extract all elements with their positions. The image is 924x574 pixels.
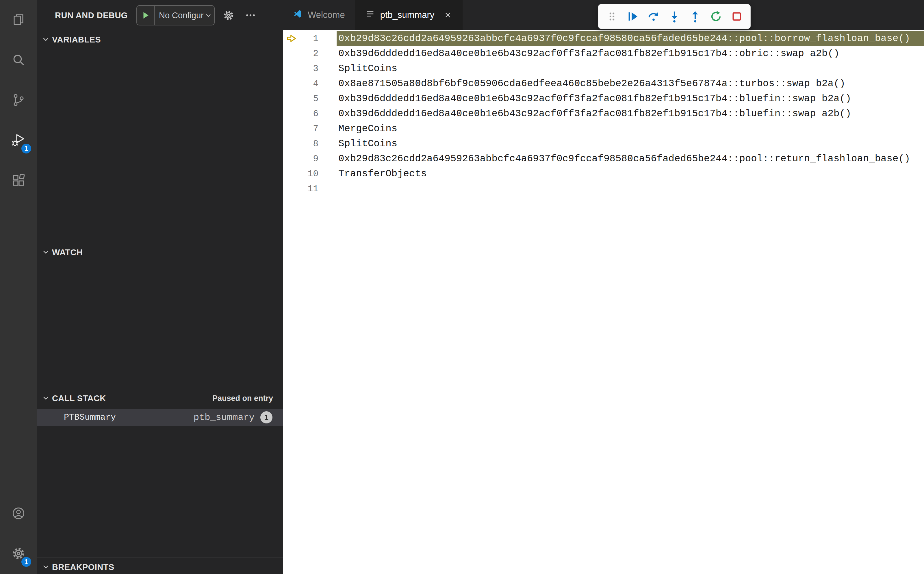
breakpoint-gutter[interactable] (283, 136, 300, 151)
current-line-arrow-icon (286, 33, 297, 44)
code-line[interactable]: 40x8ae871505a80d8bf6bf9c05906cda6edfeea4… (283, 76, 924, 91)
explorer-icon-button[interactable] (0, 0, 37, 40)
debug-config-dropdown[interactable]: No Configur (136, 5, 215, 25)
call-stack-section-body: PTBSummary ptb_summary 1 (37, 407, 283, 558)
breakpoint-gutter[interactable] (283, 151, 300, 166)
sidebar-title: RUN AND DEBUG (55, 11, 128, 20)
code-text: 0xb29d83c26cdd2a64959263abbcfc4a6937f0c9… (337, 31, 924, 46)
variables-section-header[interactable]: VARIABLES (37, 31, 283, 49)
breakpoint-gutter[interactable] (283, 91, 300, 106)
breakpoint-gutter[interactable] (283, 121, 300, 136)
breakpoint-gutter[interactable] (283, 61, 300, 76)
line-number: 11 (300, 181, 318, 196)
file-summary-icon (365, 9, 375, 21)
toolbar-drag-handle[interactable] (603, 8, 621, 25)
line-number: 1 (300, 31, 318, 46)
code-text: 0xb39d6dddedd16ed8a40ce0b1e6b43c92acf0ff… (337, 106, 924, 121)
session-count-badge: 1 (260, 411, 272, 423)
session-name: PTBSummary (64, 412, 116, 422)
line-number: 5 (300, 91, 318, 106)
code-line[interactable]: 11 (283, 181, 924, 196)
more-actions-icon[interactable] (242, 7, 258, 24)
search-icon-button[interactable] (0, 40, 37, 80)
start-debugging-icon[interactable] (137, 6, 155, 25)
search-icon (11, 53, 25, 68)
settings-gear-button[interactable]: 1 (0, 534, 37, 574)
activity-bar-top: 1 (0, 0, 37, 201)
editor-group: Welcome ptb_summary (283, 0, 924, 574)
call-stack-section-label: CALL STACK (52, 394, 106, 403)
code-text (337, 181, 924, 196)
vscode-window: 1 (0, 0, 924, 574)
breakpoints-section-header[interactable]: BREAKPOINTS (37, 558, 283, 574)
chevron-down-icon (42, 35, 50, 44)
breakpoint-gutter[interactable] (283, 166, 300, 181)
code-text: TransferObjects (337, 166, 924, 181)
files-icon (11, 13, 25, 28)
tab-welcome[interactable]: Welcome (283, 0, 356, 30)
code-text: 0xb29d83c26cdd2a64959263abbcfc4a6937f0c9… (337, 151, 924, 166)
breakpoint-gutter[interactable] (283, 46, 300, 61)
close-icon[interactable] (444, 11, 452, 19)
run-and-debug-icon-button[interactable]: 1 (0, 120, 37, 161)
tab-ptb-summary[interactable]: ptb_summary (356, 0, 463, 30)
line-number: 8 (300, 136, 318, 151)
line-number: 3 (300, 61, 318, 76)
chevron-down-icon (42, 563, 50, 572)
chevron-down-icon (205, 12, 214, 19)
tab-label: ptb_summary (380, 10, 434, 20)
watch-section-label: WATCH (52, 248, 83, 257)
watch-section-header[interactable]: WATCH (37, 243, 283, 261)
code-line[interactable]: 20xb39d6dddedd16ed8a40ce0b1e6b43c92acf0f… (283, 46, 924, 61)
config-dropdown-label: No Configur (155, 11, 205, 20)
call-stack-section-header[interactable]: CALL STACK Paused on entry (37, 390, 283, 407)
editor-lines: 10xb29d83c26cdd2a64959263abbcfc4a6937f0c… (283, 31, 924, 196)
account-icon (11, 506, 25, 521)
sidebar-run-and-debug: RUN AND DEBUG No Configur (37, 0, 283, 574)
activity-bar-bottom: 1 (0, 494, 37, 574)
restart-button[interactable] (707, 8, 725, 25)
code-line[interactable]: 7MergeCoins (283, 121, 924, 136)
code-text: SplitCoins (337, 61, 924, 76)
breakpoint-gutter[interactable] (283, 31, 300, 46)
step-out-button[interactable] (686, 8, 704, 25)
vscode-logo-icon (293, 9, 302, 21)
code-text: 0x8ae871505a80d8bf6bf9c05906cda6edfeea46… (337, 76, 924, 91)
step-over-button[interactable] (645, 8, 663, 25)
line-number: 9 (300, 151, 318, 166)
line-number: 6 (300, 106, 318, 121)
step-into-button[interactable] (666, 8, 683, 25)
line-number: 10 (300, 166, 318, 181)
line-number: 7 (300, 121, 318, 136)
continue-button[interactable] (624, 8, 642, 25)
settings-badge: 1 (20, 556, 32, 568)
code-line[interactable]: 60xb39d6dddedd16ed8a40ce0b1e6b43c92acf0f… (283, 106, 924, 121)
section-call-stack: CALL STACK Paused on entry PTBSummary pt… (37, 389, 283, 558)
code-line[interactable]: 90xb29d83c26cdd2a64959263abbcfc4a6937f0c… (283, 151, 924, 166)
call-stack-session-row[interactable]: PTBSummary ptb_summary 1 (37, 409, 283, 426)
session-file-label: ptb_summary (194, 412, 255, 423)
code-line[interactable]: 10TransferObjects (283, 166, 924, 181)
breakpoint-gutter[interactable] (283, 76, 300, 91)
extensions-icon-button[interactable] (0, 161, 37, 201)
session-row-right: ptb_summary 1 (194, 411, 272, 423)
source-control-branch-icon (11, 93, 25, 108)
code-line[interactable]: 3SplitCoins (283, 61, 924, 76)
code-text: 0xb39d6dddedd16ed8a40ce0b1e6b43c92acf0ff… (337, 91, 924, 106)
debug-settings-gear-icon[interactable] (220, 7, 237, 24)
chevron-down-icon (42, 248, 50, 257)
code-editor[interactable]: 10xb29d83c26cdd2a64959263abbcfc4a6937f0c… (283, 30, 924, 574)
account-icon-button[interactable] (0, 494, 37, 534)
debug-toolbar (598, 4, 751, 29)
code-line[interactable]: 10xb29d83c26cdd2a64959263abbcfc4a6937f0c… (283, 31, 924, 46)
tab-label: Welcome (308, 10, 345, 20)
chevron-down-icon (42, 394, 50, 403)
stop-button[interactable] (728, 8, 746, 25)
code-line[interactable]: 50xb39d6dddedd16ed8a40ce0b1e6b43c92acf0f… (283, 91, 924, 106)
breakpoint-gutter[interactable] (283, 106, 300, 121)
code-line[interactable]: 8SplitCoins (283, 136, 924, 151)
source-control-icon-button[interactable] (0, 80, 37, 120)
section-variables: VARIABLES (37, 31, 283, 243)
breakpoint-gutter[interactable] (283, 181, 300, 196)
paused-status-text: Paused on entry (213, 394, 273, 403)
